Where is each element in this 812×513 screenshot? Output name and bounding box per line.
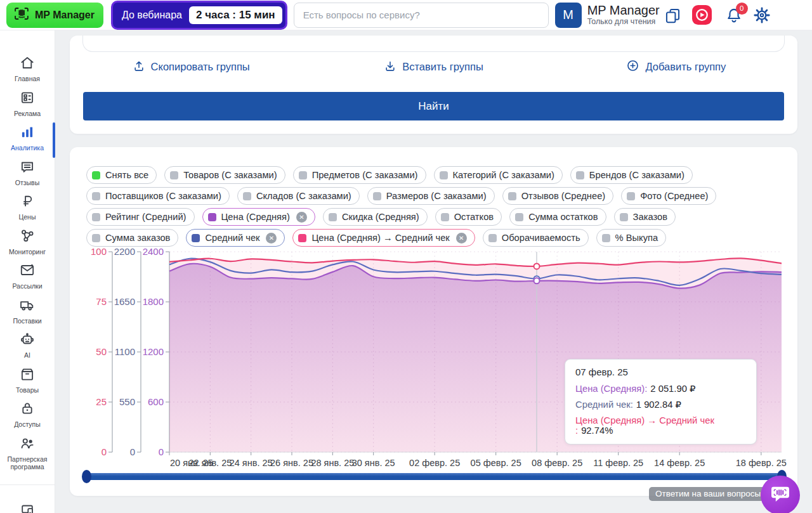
sidebar-item-label: Цены — [18, 213, 37, 221]
svg-text:25: 25 — [96, 396, 107, 407]
sidebar-item-2[interactable]: Реклама — [0, 89, 55, 124]
svg-text:0: 0 — [130, 446, 135, 457]
search-input[interactable] — [294, 3, 549, 28]
y-axis-price: 0600120018002400 — [143, 246, 169, 457]
sidebar-divider — [0, 484, 55, 485]
settings-gear-icon[interactable] — [753, 6, 771, 24]
x-axis-label: 22 янв. 25 — [188, 458, 232, 468]
app-logo[interactable]: MP Manager — [6, 3, 103, 28]
sidebar-item-1[interactable]: Главная — [0, 55, 55, 89]
chart-tooltip: 07 февр. 25 Цена (Средняя):2 051.90 ₽Сре… — [565, 359, 757, 445]
x-axis-label: 24 янв. 25 — [230, 458, 273, 468]
x-axis-label: 26 янв. 25 — [270, 458, 313, 468]
webinar-label: До вебинара — [122, 10, 182, 21]
avatar[interactable]: M — [555, 3, 582, 28]
highlight-marker-ratio — [534, 263, 540, 269]
truck-icon — [19, 297, 36, 316]
x-axis-label: 30 янв. 25 — [352, 458, 395, 468]
x-axis-label: 11 февр. 25 — [593, 458, 643, 468]
active-indicator — [53, 122, 55, 158]
copy-account-icon[interactable] — [664, 7, 681, 24]
notifications-bell[interactable]: 0 — [725, 6, 743, 24]
sidebar-item-label: Аналитика — [10, 144, 45, 152]
svg-text:100: 100 — [91, 246, 107, 257]
y-axis-ratio: 0255075100 — [91, 246, 112, 457]
svg-text:0: 0 — [159, 446, 164, 457]
bar-chart-icon — [19, 124, 36, 143]
ads-grid-icon — [19, 89, 36, 108]
lock-icon — [19, 400, 36, 419]
sidebar-item-label: AI — [23, 351, 32, 359]
svg-text:2400: 2400 — [143, 246, 164, 257]
monitoring-nodes-icon — [19, 228, 36, 247]
account-block[interactable]: M MP Manager Только для чтения — [555, 3, 660, 28]
chat-bubble-icon — [769, 484, 792, 507]
x-axis-label: 02 февр. 25 — [409, 458, 460, 468]
sidebar-item-8[interactable]: Поставки — [0, 297, 55, 332]
y-axis-avg_check: 0550110016502200 — [114, 246, 141, 457]
ruble-icon — [19, 193, 36, 212]
tooltip-row: Средний чек:1 902.84 ₽ — [575, 399, 746, 410]
sidebar-item-label: Доступы — [13, 420, 42, 428]
sidebar-item-label: Главная — [13, 75, 41, 82]
sidebar-item-10[interactable]: Товары — [0, 366, 55, 401]
tooltip-row: Цена (Средняя) → Средний чек :92.74% — [575, 415, 746, 436]
sidebar-item-9[interactable]: AI — [0, 331, 55, 366]
tooltip-series-label: Средний чек: — [575, 399, 633, 410]
sidebar-item-5[interactable]: Цены — [0, 193, 55, 228]
sidebar-item-label: Поставки — [11, 317, 43, 325]
logo-text: MP Manager — [35, 10, 95, 21]
home-icon — [19, 55, 36, 74]
svg-text:1100: 1100 — [115, 346, 135, 357]
x-axis-label: 05 февр. 25 — [471, 458, 521, 468]
devices-icon — [19, 509, 36, 513]
x-axis-label: 14 февр. 25 — [654, 458, 705, 468]
webinar-banner[interactable]: До вебинара 2 часа : 15 мин — [111, 1, 287, 30]
svg-text:1800: 1800 — [143, 296, 164, 307]
reviews-bubble-icon — [19, 159, 36, 178]
tooltip-series-value: 1 902.84 ₽ — [636, 399, 681, 410]
robot-icon — [19, 331, 36, 350]
svg-text:75: 75 — [96, 296, 107, 307]
svg-text:1200: 1200 — [143, 346, 164, 357]
tooltip-series-label: Цена (Средняя): — [575, 384, 647, 394]
sidebar-item-7[interactable]: Рассылки — [0, 262, 55, 297]
sidebar-item-11[interactable]: Доступы — [0, 400, 55, 435]
highlight-marker-price — [534, 278, 540, 283]
svg-text:600: 600 — [148, 396, 164, 407]
video-play-button[interactable] — [692, 5, 712, 25]
svg-text:1650: 1650 — [114, 296, 135, 307]
sidebar-item-label: Отзывы — [14, 179, 41, 186]
tooltip-series-value: 92.74% — [581, 425, 613, 436]
sidebar-item-devices[interactable] — [19, 502, 36, 513]
sidebar-item-label: Мониторинг — [8, 248, 47, 256]
partners-people-icon — [19, 435, 36, 454]
sidebar-item-4[interactable]: Отзывы — [0, 159, 55, 193]
webinar-timer: 2 часа : 15 мин — [189, 6, 282, 24]
sidebar-item-6[interactable]: Мониторинг — [0, 228, 55, 263]
chat-widget-button[interactable] — [761, 476, 800, 513]
tooltip-series-value: 2 051.90 ₽ — [650, 384, 695, 394]
x-axis-label: 18 февр. 25 — [736, 458, 787, 468]
service-search — [294, 3, 549, 28]
sidebar-item-label: Товары — [15, 386, 40, 394]
notifications-badge: 0 — [736, 3, 748, 15]
sidebar-item-12[interactable]: Партнерская программа — [0, 435, 55, 479]
account-mode-label: Только для чтения — [587, 17, 660, 26]
chat-tooltip-pill: Ответим на ваши вопросы — [649, 487, 767, 501]
app-header: MP Manager До вебинара 2 часа : 15 мин M… — [0, 0, 812, 30]
svg-text:2200: 2200 — [114, 246, 135, 257]
svg-text:550: 550 — [119, 396, 135, 407]
tooltip-row: Цена (Средняя):2 051.90 ₽ — [575, 383, 746, 394]
sidebar-item-label: Реклама — [13, 110, 42, 117]
account-name: MP Manager — [587, 4, 660, 17]
box-icon — [19, 366, 36, 385]
sidebar: ГлавнаяРекламаАналитикаОтзывыЦеныМонитор… — [0, 30, 55, 513]
x-axis-label: 28 янв. 25 — [311, 458, 354, 468]
mail-icon — [19, 262, 36, 281]
sidebar-item-label: Рассылки — [11, 282, 43, 290]
sidebar-item-3[interactable]: Аналитика — [0, 124, 55, 159]
sidebar-item-label: Партнерская программа — [0, 455, 55, 471]
x-axis-label: 08 февр. 25 — [532, 458, 582, 468]
svg-text:0: 0 — [102, 446, 107, 457]
